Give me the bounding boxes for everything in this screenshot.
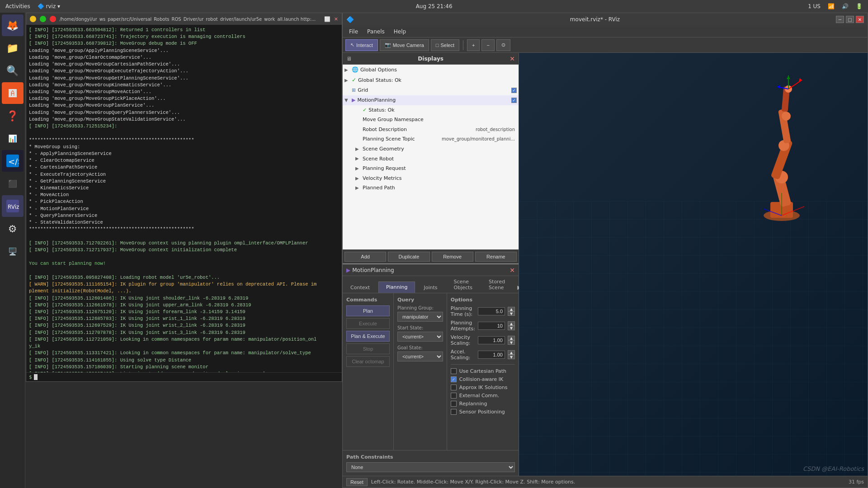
log-line: [ INFO] [1724593535.114161855]: Using so…	[29, 357, 339, 364]
collision-aware-ik-checkbox[interactable]: ✓	[451, 376, 457, 382]
tree-arrow[interactable]: ▶	[355, 165, 361, 172]
sensor-positioning-checkbox[interactable]	[451, 409, 457, 415]
system-tray: 1 US 📶 🔊 🔋	[808, 3, 863, 9]
external-comm-checkbox[interactable]	[451, 393, 457, 399]
terminal-maximize-btn[interactable]	[40, 16, 46, 22]
remove-display-btn[interactable]: Remove	[432, 252, 473, 262]
sidebar-icon-search[interactable]: 🔍	[2, 60, 24, 81]
zoom-fit-btn[interactable]: ⊙	[496, 39, 510, 51]
planning-time-input[interactable]	[478, 307, 505, 315]
planning-time-up[interactable]: ▲	[508, 307, 515, 311]
sidebar-icon-firefox[interactable]: 🦊	[2, 14, 24, 36]
rviz-window-controls: ─ □ ✕	[836, 16, 864, 23]
use-cartesian-path-checkbox[interactable]	[451, 368, 457, 374]
start-state-select[interactable]: <current>	[397, 332, 443, 342]
tree-arrow[interactable]: ▼	[344, 97, 350, 104]
approx-ik-checkbox[interactable]	[451, 385, 457, 390]
displays-list[interactable]: ▶ 🌐 Global Options ▶ ✓ Global Status: Ok	[343, 65, 519, 249]
add-display-btn[interactable]: Add	[344, 252, 386, 262]
terminal-close-btn[interactable]	[50, 16, 56, 22]
zoom-in-btn[interactable]: +	[467, 39, 480, 51]
velocity-scaling-input[interactable]	[478, 336, 505, 344]
display-item-motion-planning[interactable]: ▼ ▶ MotionPlanning ✓	[343, 95, 519, 105]
motion-planning-checkbox[interactable]: ✓	[511, 98, 517, 103]
planning-attempts-input[interactable]	[478, 322, 505, 330]
tab-joints[interactable]: Joints	[416, 282, 445, 293]
sidebar-icon-rviz[interactable]: RViz	[2, 195, 24, 217]
plan-btn[interactable]: Plan	[346, 305, 390, 316]
accel-scaling-down[interactable]: ▼	[508, 355, 515, 359]
sidebar-icon-ubuntu-software[interactable]: 🅰	[2, 82, 24, 104]
planning-group-select[interactable]: manipulator	[397, 312, 443, 322]
sidebar-icon-vscode[interactable]: </>	[2, 150, 24, 172]
tab-context[interactable]: Context	[343, 282, 377, 293]
terminal-content[interactable]: [ INFO] [1724593533.663504812]: Returned…	[26, 25, 342, 372]
3d-viewport[interactable]: CSDN @EAI-Robotics	[519, 53, 868, 476]
path-constraints-select[interactable]: None	[346, 462, 515, 472]
sidebar-icon-presentation[interactable]: 🖥️	[2, 240, 24, 262]
accel-scaling-input[interactable]	[478, 351, 505, 359]
tree-arrow[interactable]: ▶	[355, 145, 361, 153]
zoom-out-btn[interactable]: −	[481, 39, 494, 51]
plan-execute-btn[interactable]: Plan & Execute	[346, 331, 390, 342]
execute-btn[interactable]: Execute	[346, 318, 390, 329]
replanning-checkbox[interactable]	[451, 401, 457, 407]
terminal-minimize-btn[interactable]	[30, 16, 36, 22]
reset-btn[interactable]: Reset	[346, 478, 368, 486]
display-item-global-options[interactable]: ▶ 🌐 Global Options	[343, 65, 519, 75]
planning-time-down[interactable]: ▼	[508, 311, 515, 316]
rviz-close-btn[interactable]: ✕	[856, 16, 864, 23]
tree-arrow[interactable]: ▶	[355, 184, 361, 192]
rviz-minimize-btn[interactable]: ─	[836, 16, 844, 23]
tree-arrow[interactable]: ▶	[344, 66, 350, 74]
activities-label[interactable]: Activities	[5, 3, 30, 9]
tree-arrow[interactable]: ▶	[344, 77, 350, 84]
stop-btn[interactable]: Stop	[346, 343, 390, 354]
duplicate-display-btn[interactable]: Duplicate	[388, 252, 429, 262]
tab-stored-scene[interactable]: Stored Scene	[481, 276, 513, 293]
select-btn[interactable]: □ Select	[431, 39, 459, 51]
menu-help[interactable]: Help	[389, 28, 410, 36]
sidebar-icon-help[interactable]: ❓	[2, 105, 24, 127]
move-camera-btn[interactable]: 📷 Move Camera	[380, 39, 429, 51]
tree-arrow[interactable]: ▶	[355, 155, 361, 162]
display-item-velocity-metrics[interactable]: ▶ Velocity Metrics	[343, 174, 519, 183]
motion-panel-close-btn[interactable]: ✕	[509, 267, 515, 274]
display-item-scene-geometry[interactable]: ▶ Scene Geometry	[343, 144, 519, 154]
sidebar-icon-files[interactable]: 📁	[2, 37, 24, 59]
menu-panels[interactable]: Panels	[363, 28, 389, 36]
sidebar-icon-settings[interactable]: ⚙️	[2, 218, 24, 239]
interact-btn[interactable]: ↖ Interact	[345, 39, 378, 51]
terminal-input[interactable]: $	[26, 372, 342, 381]
log-line: y_ik	[29, 343, 339, 350]
displays-close-btn[interactable]: ✕	[509, 55, 515, 62]
planning-attempts-down[interactable]: ▼	[508, 326, 515, 330]
display-item-scene-robot[interactable]: ▶ Scene Robot	[343, 154, 519, 164]
sidebar-icon-terminal2[interactable]: ⬛	[2, 173, 24, 194]
accel-scaling-up[interactable]: ▲	[508, 350, 515, 355]
terminal-restore-btn[interactable]: ⬜	[324, 16, 330, 22]
menu-file[interactable]: File	[344, 28, 363, 36]
tree-arrow[interactable]: ▶	[355, 175, 361, 182]
tab-scene-objects[interactable]: Scene Objects	[446, 276, 481, 293]
terminal-close-x-btn[interactable]: ✕	[334, 16, 338, 22]
display-item-global-status[interactable]: ▶ ✓ Global Status: Ok	[343, 75, 519, 85]
display-item-robot-desc[interactable]: ▶ Robot Description robot_description	[343, 125, 519, 135]
grid-checkbox[interactable]: ✓	[511, 88, 517, 93]
display-item-move-group-ns[interactable]: ▶ Move Group Namespace	[343, 115, 519, 125]
display-item-planning-scene-topic[interactable]: ▶ Planning Scene Topic move_group/monito…	[343, 134, 519, 144]
velocity-scaling-up[interactable]: ▲	[508, 336, 515, 340]
sidebar-icon-monitor[interactable]: 📊	[2, 127, 24, 149]
log-line	[29, 233, 339, 240]
rviz-maximize-btn[interactable]: □	[846, 16, 854, 23]
display-item-planned-path[interactable]: ▶ Planned Path	[343, 183, 519, 193]
display-item-grid[interactable]: ▶ ⊞ Grid ✓	[343, 85, 519, 95]
goal-state-select[interactable]: <current>	[397, 352, 443, 361]
clear-octomap-btn[interactable]: Clear octomap	[346, 356, 390, 367]
display-item-planning-request[interactable]: ▶ Planning Request	[343, 164, 519, 174]
velocity-scaling-down[interactable]: ▼	[508, 340, 515, 345]
planning-attempts-up[interactable]: ▲	[508, 321, 515, 326]
rename-display-btn[interactable]: Rename	[475, 252, 517, 262]
tab-planning[interactable]: Planning	[378, 282, 415, 293]
displays-icon: 🖥	[346, 56, 352, 62]
